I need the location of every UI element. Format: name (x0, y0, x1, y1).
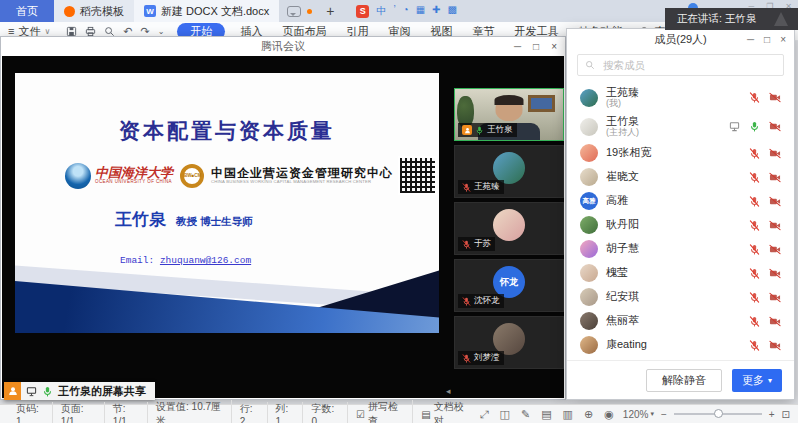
ime-glyph-icon[interactable]: ’ (393, 4, 395, 18)
video-thumbnail[interactable]: 王竹泉 (454, 88, 564, 141)
member-mic-icon[interactable] (749, 121, 760, 132)
member-mic-icon[interactable] (749, 292, 760, 303)
member-name: 焦丽萃 (606, 315, 639, 327)
member-mic-icon[interactable] (749, 92, 760, 103)
caret-down-icon: ▾ (768, 376, 772, 385)
tab-document[interactable]: W 新建 DOCX 文档.docx (134, 0, 279, 22)
collapse-toolbar-icon[interactable]: ⌄ (158, 27, 165, 36)
members-panel-controls: ─ □ × (747, 29, 786, 49)
email-label: Email: (120, 255, 160, 266)
member-row[interactable]: 焦丽萃 (567, 309, 794, 333)
members-panel: 成员(29人) ─ □ × 王苑臻 (我) (566, 28, 795, 400)
ime-glyph-icon[interactable]: 中 (376, 4, 386, 18)
ime-glyph-icon[interactable]: ▦ (416, 4, 425, 18)
ime-glyph-icon[interactable]: ◔ (403, 4, 409, 18)
member-mic-icon[interactable] (749, 172, 760, 183)
print-icon[interactable] (85, 26, 96, 37)
member-camera-icon[interactable] (769, 196, 781, 207)
member-row[interactable]: 康eating (567, 333, 794, 357)
caret-down-icon: ▾ (650, 410, 654, 418)
member-mic-icon[interactable] (749, 340, 760, 351)
member-row[interactable]: 胡子慧 (567, 237, 794, 261)
video-thumbnail[interactable]: 怀龙 沈怀龙 (454, 259, 564, 312)
collapse-video-strip-icon[interactable]: ◂ (446, 386, 451, 396)
member-row[interactable]: 高雅 高雅 (567, 189, 794, 213)
new-tab-button[interactable]: + (318, 0, 342, 22)
member-search-box[interactable] (577, 54, 784, 76)
video-thumbnail[interactable]: 刘梦滢 (454, 316, 564, 369)
more-button[interactable]: 更多 ▾ (732, 369, 782, 392)
ime-glyph-icon[interactable]: ✚ (432, 4, 440, 18)
print-preview-icon[interactable] (104, 26, 115, 37)
ime-glyph-icon[interactable]: ▩ (448, 4, 457, 18)
tencent-meeting-window: 腾讯会议 ─ □ × 资本配置与资本质量 中国海洋大学 OCEAN UNIVER… (0, 36, 566, 400)
panel-maximize-button[interactable]: □ (764, 34, 770, 45)
zoom-slider[interactable] (674, 413, 762, 415)
sogou-ime-icon[interactable]: S (356, 5, 369, 18)
view-mode-icon[interactable]: ⤢ (478, 408, 491, 421)
member-mic-icon[interactable] (749, 268, 760, 279)
proofread-icon: ▤ (421, 409, 430, 420)
member-camera-icon[interactable] (769, 292, 781, 303)
member-row[interactable]: 王苑臻 (我) (567, 83, 794, 112)
video-thumbnail[interactable]: 王苑臻 (454, 145, 564, 198)
panel-close-button[interactable]: × (780, 34, 786, 45)
member-camera-icon[interactable] (769, 172, 781, 183)
member-camera-icon[interactable] (769, 121, 781, 132)
view-mode-icon[interactable]: ▤ (539, 408, 553, 421)
view-mode-icon[interactable]: ⊕ (582, 408, 595, 421)
panel-minimize-button[interactable]: ─ (747, 34, 754, 45)
fit-page-button[interactable]: ⊡ (782, 409, 790, 420)
meeting-minimize-button[interactable]: ─ (514, 41, 521, 52)
docer-icon (64, 6, 75, 17)
member-camera-icon[interactable] (769, 268, 781, 279)
view-mode-icon[interactable]: ◉ (602, 408, 616, 421)
meeting-content: 资本配置与资本质量 中国海洋大学 OCEAN UNIVERSITY OF CHI… (2, 56, 564, 398)
presenter-line: 王竹泉 教授 博士生导师 (115, 208, 439, 231)
view-mode-icon[interactable]: ◫ (498, 408, 512, 421)
zoom-slider-handle[interactable] (714, 409, 723, 418)
proofread-button[interactable]: ▤ 文档校对 (413, 400, 478, 423)
video-thumbnail[interactable]: 于苏 (454, 202, 564, 255)
meeting-maximize-button[interactable]: □ (533, 41, 539, 52)
member-row[interactable]: 纪安琪 (567, 285, 794, 309)
member-row[interactable]: 槐莹 (567, 261, 794, 285)
member-row[interactable]: 崔晓文 (567, 165, 794, 189)
view-mode-icon[interactable]: ✎ (519, 408, 532, 421)
speaking-toast-text: 正在讲话: 王竹泉 (677, 12, 756, 26)
tab-home[interactable]: 首页 (0, 0, 54, 22)
member-camera-icon[interactable] (769, 340, 781, 351)
member-camera-icon[interactable] (769, 148, 781, 159)
zoom-out-button[interactable]: − (661, 409, 667, 420)
member-mic-icon[interactable] (749, 220, 760, 231)
meeting-close-button[interactable]: × (551, 41, 557, 52)
zoom-in-button[interactable]: + (769, 409, 775, 420)
member-row[interactable]: 王竹泉 (主持人) (567, 112, 794, 141)
spell-check-button[interactable]: ☑ 拼写检查 (348, 400, 413, 423)
member-mic-icon[interactable] (749, 196, 760, 207)
meeting-window-title: 腾讯会议 (261, 39, 305, 54)
members-panel-footer: 解除静音 更多 ▾ (567, 360, 794, 399)
member-camera-icon[interactable] (769, 92, 781, 103)
view-mode-icon[interactable]: ▥ (561, 408, 575, 421)
member-row[interactable]: 耿丹阳 (567, 213, 794, 237)
member-camera-icon[interactable] (769, 244, 781, 255)
unmute-button[interactable]: 解除静音 (646, 369, 722, 392)
member-name: 19张相宽 (606, 147, 651, 159)
save-icon[interactable] (66, 26, 77, 37)
member-mic-icon[interactable] (749, 316, 760, 327)
screen-share-indicator[interactable]: 王竹泉的屏幕共享 (4, 382, 155, 400)
member-mic-icon[interactable] (749, 244, 760, 255)
member-camera-icon[interactable] (769, 220, 781, 231)
email-link[interactable]: zhuquanw@126.com (160, 255, 251, 266)
meeting-title-bar[interactable]: 腾讯会议 ─ □ × (1, 37, 565, 55)
view-mode-switcher: ⤢◫✎▤▥⊕◉ (478, 408, 616, 421)
member-row[interactable]: 19张相宽 (567, 141, 794, 165)
thumbnail-name-label: 王竹泉 (458, 123, 517, 137)
member-mic-icon[interactable] (749, 148, 760, 159)
member-camera-icon[interactable] (769, 316, 781, 327)
zoom-level-dropdown[interactable]: 120% ▾ (623, 409, 654, 420)
member-search-input[interactable] (601, 58, 776, 72)
tab-docer[interactable]: 稻壳模板 (54, 0, 134, 22)
comment-bubble-icon[interactable] (287, 6, 301, 17)
